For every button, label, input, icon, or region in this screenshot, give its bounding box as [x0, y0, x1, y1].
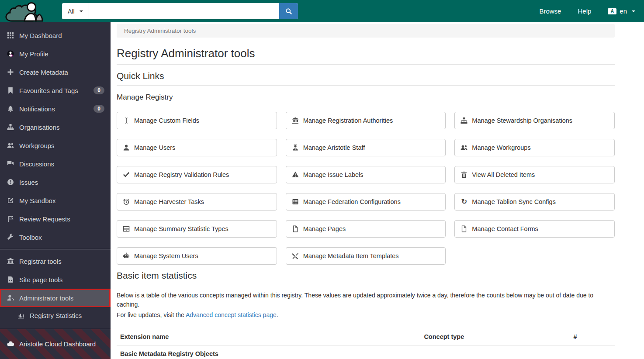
count-header: # [570, 329, 615, 345]
advanced-concept-statistics-link[interactable]: Advanced concept statistics page [186, 311, 277, 318]
flag-icon [6, 215, 15, 222]
sidebar-footer: Aristotle Cloud Dashboard [0, 329, 111, 359]
manage-metadata-item-templates-button[interactable]: Manage Metadata Item Templates [286, 247, 446, 265]
plus-icon [6, 69, 15, 76]
chart-bar-icon [17, 312, 25, 319]
help-link[interactable]: Help [578, 7, 591, 15]
extension-name-header: Extension name [117, 329, 420, 345]
quick-links-heading: Quick Links [117, 71, 615, 86]
sidebar-item-organisations[interactable]: Organisations [0, 118, 111, 136]
manage-users-button[interactable]: Manage Users [117, 139, 277, 156]
sidebar-item-registry-statistics[interactable]: Registry Statistics [0, 307, 111, 324]
manage-harvester-tasks-button[interactable]: Manage Harvester Tasks [117, 193, 277, 211]
file-icon [460, 225, 468, 232]
wrench-icon [6, 234, 15, 241]
manage-aristotle-staff-button[interactable]: Manage Aristotle Staff [286, 139, 446, 156]
i-cursor-icon [122, 117, 130, 124]
trash-icon [460, 171, 468, 178]
bank-icon [291, 117, 299, 124]
favourites-count-badge: 0 [93, 86, 104, 94]
group-row-label: Basic Metadata Registry Objects [117, 345, 615, 359]
table-icon [122, 225, 130, 232]
browse-link[interactable]: Browse [539, 7, 561, 15]
sitemap-icon [460, 117, 468, 124]
manage-tablion-sync-configs-button[interactable]: ↻ Manage Tablion Sync Configs [454, 193, 615, 211]
aristotle-cloud-logo[interactable] [0, 0, 57, 22]
avatar-icon [6, 50, 15, 57]
language-dropdown[interactable]: A en [608, 7, 635, 15]
tools-icon [291, 252, 299, 259]
manage-custom-fields-button[interactable]: Manage Custom Fields [117, 112, 277, 129]
cloud-icon [6, 340, 15, 347]
dashboard-icon [6, 32, 15, 39]
breadcrumb-current: Registry Administrator tools [124, 28, 196, 34]
manage-registry-heading: Manage Registry [117, 93, 615, 102]
chevron-down-icon [632, 10, 635, 12]
manage-federation-configurations-button[interactable]: Manage Federation Configurations [286, 193, 446, 211]
sidebar-item-notifications[interactable]: Notifications 0 [0, 100, 111, 118]
sidebar: My Dashboard My Profile Create Metadata … [0, 22, 111, 359]
table-header-row: Extension name Concept type # [117, 329, 615, 345]
top-navigation: Browse Help A en [539, 7, 644, 15]
sidebar-item-issues[interactable]: Issues [0, 173, 111, 191]
alarm-clock-icon [122, 198, 130, 205]
sidebar-item-my-dashboard[interactable]: My Dashboard [0, 26, 111, 45]
bank-icon [6, 258, 15, 265]
manage-issue-labels-button[interactable]: Manage Issue Labels [286, 166, 446, 183]
file-code-icon [6, 276, 15, 283]
statistics-description: Below is a table of the various concepts… [117, 291, 615, 309]
exclamation-circle-icon [6, 179, 15, 186]
sidebar-item-workgroups[interactable]: Workgroups [0, 136, 111, 155]
cloud-logo-icon [3, 2, 53, 22]
list-icon [291, 198, 299, 205]
manage-workgroups-button[interactable]: Manage Workgroups [454, 139, 615, 156]
search-button[interactable] [279, 3, 298, 19]
users-icon [6, 142, 15, 149]
notifications-count-badge: 0 [93, 105, 104, 113]
manage-system-users-button[interactable]: Manage System Users [117, 247, 277, 265]
sidebar-item-my-sandbox[interactable]: My Sandbox [0, 191, 111, 210]
users-icon [460, 144, 468, 151]
sidebar-item-review-requests[interactable]: Review Requests [0, 210, 111, 228]
sidebar-item-administrator-tools[interactable]: Administrator tools [0, 289, 111, 307]
manage-registration-authorities-button[interactable]: Manage Registration Authorities [286, 112, 446, 129]
manage-contact-forms-button[interactable]: Manage Contact Forms [454, 220, 615, 238]
sidebar-item-aristotle-cloud-dashboard[interactable]: Aristotle Cloud Dashboard [0, 335, 111, 353]
language-icon: A [608, 8, 616, 14]
table-group-row: Basic Metadata Registry Objects [117, 345, 615, 359]
sidebar-item-my-profile[interactable]: My Profile [0, 45, 111, 63]
top-header: All Browse Help A en [0, 0, 644, 22]
live-updates-line: For live updates, visit the Advanced con… [117, 311, 615, 318]
user-cog-icon [6, 294, 15, 301]
quick-links-grid: Manage Custom Fields Manage Registration… [117, 112, 615, 265]
manage-pages-button[interactable]: Manage Pages [286, 220, 446, 238]
warning-icon [291, 171, 299, 178]
sidebar-item-registrar-tools[interactable]: Registrar tools [0, 252, 111, 270]
comments-icon [6, 160, 15, 167]
bookmark-icon [6, 87, 15, 94]
robot-icon [122, 252, 130, 259]
sidebar-item-create-metadata[interactable]: Create Metadata [0, 63, 111, 81]
concept-type-header: Concept type [420, 329, 570, 345]
sidebar-item-discussions[interactable]: Discussions [0, 155, 111, 173]
file-icon [291, 225, 299, 232]
sidebar-item-site-page-tools[interactable]: Site page tools [0, 270, 111, 289]
manage-stewardship-organisations-button[interactable]: Manage Stewardship Organisations [454, 112, 615, 129]
user-icon [122, 144, 130, 151]
search-input[interactable] [89, 3, 279, 19]
search-filter-label: All [68, 8, 75, 15]
main-content: Registry Administrator tools Registry Ad… [111, 22, 644, 359]
manage-registry-validation-rules-button[interactable]: Manage Registry Validation Rules [117, 166, 277, 183]
sidebar-item-favourites[interactable]: Favourites and Tags 0 [0, 81, 111, 100]
view-all-deleted-items-button[interactable]: View All Deleted Items [454, 166, 615, 183]
chevron-down-icon [80, 10, 83, 12]
search-filter-dropdown[interactable]: All [62, 3, 89, 19]
sidebar-item-toolbox[interactable]: Toolbox [0, 228, 111, 246]
check-icon [122, 171, 130, 178]
basic-item-statistics-heading: Basic item statistics [117, 270, 615, 285]
search-icon [285, 8, 292, 15]
sitemap-icon [6, 124, 15, 131]
manage-summary-statistic-types-button[interactable]: Manage Summary Statistic Types [117, 220, 277, 238]
breadcrumb: Registry Administrator tools [117, 24, 615, 38]
sidebar-divider [0, 249, 111, 249]
